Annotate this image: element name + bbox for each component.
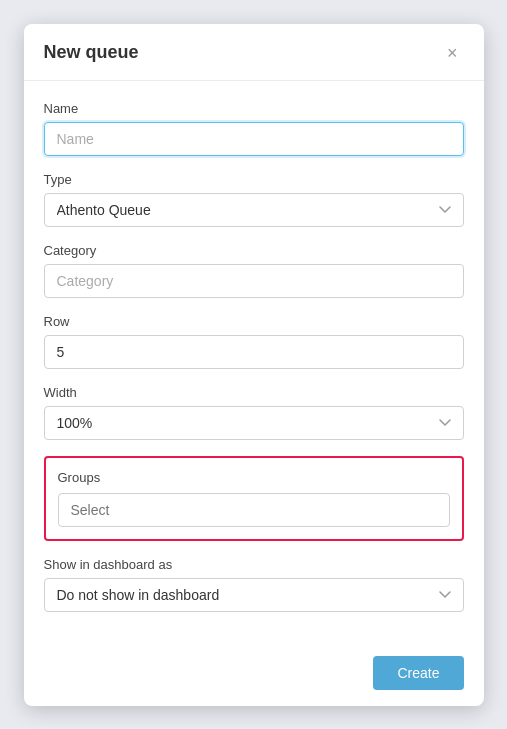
type-field-group: Type Athento Queue (44, 172, 464, 227)
create-button[interactable]: Create (373, 656, 463, 690)
show-dashboard-select[interactable]: Do not show in dashboard Show in dashboa… (44, 578, 464, 612)
modal-footer: Create (24, 644, 484, 706)
name-input[interactable] (44, 122, 464, 156)
category-label: Category (44, 243, 464, 258)
groups-label: Groups (58, 470, 450, 485)
show-dashboard-field-group: Show in dashboard as Do not show in dash… (44, 557, 464, 612)
modal-header: New queue × (24, 24, 484, 81)
width-label: Width (44, 385, 464, 400)
width-select[interactable]: 100% 75% 50% (44, 406, 464, 440)
name-label: Name (44, 101, 464, 116)
show-dashboard-label: Show in dashboard as (44, 557, 464, 572)
close-button[interactable]: × (441, 42, 464, 64)
name-field-group: Name (44, 101, 464, 156)
modal-body: Name Type Athento Queue Category Row Wid… (24, 81, 484, 644)
modal-title: New queue (44, 42, 139, 63)
row-input[interactable] (44, 335, 464, 369)
type-select[interactable]: Athento Queue (44, 193, 464, 227)
category-input[interactable] (44, 264, 464, 298)
new-queue-modal: New queue × Name Type Athento Queue Cate… (24, 24, 484, 706)
groups-section: Groups (44, 456, 464, 541)
row-label: Row (44, 314, 464, 329)
category-field-group: Category (44, 243, 464, 298)
row-field-group: Row (44, 314, 464, 369)
type-label: Type (44, 172, 464, 187)
width-field-group: Width 100% 75% 50% (44, 385, 464, 440)
groups-input[interactable] (58, 493, 450, 527)
modal-overlay: New queue × Name Type Athento Queue Cate… (0, 0, 507, 729)
